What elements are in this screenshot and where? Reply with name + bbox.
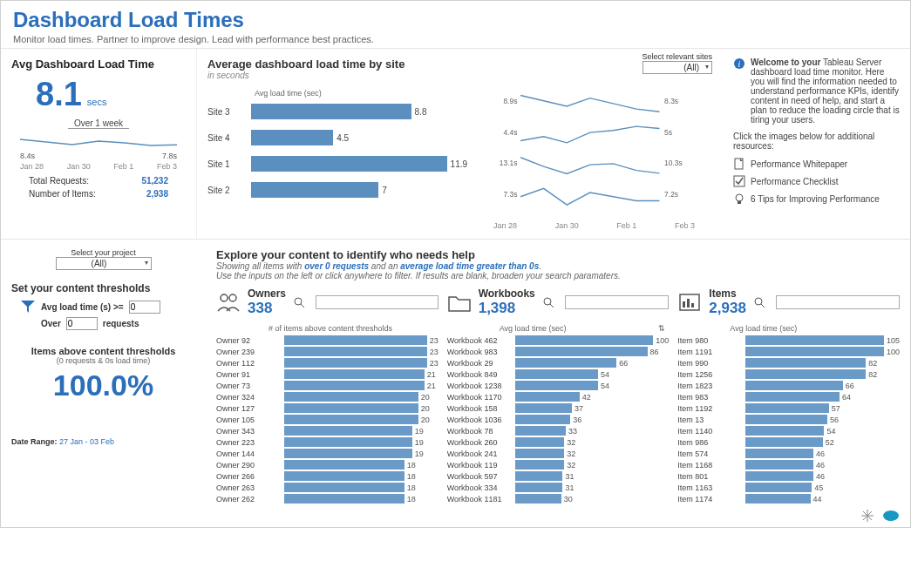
num-items-value: 2,938 xyxy=(146,189,168,199)
info-panel: i Welcome to your Tableau Server dashboa… xyxy=(723,49,910,239)
owners-icon xyxy=(216,292,241,313)
bar-row[interactable]: Workbook 98386 xyxy=(447,346,670,357)
link-checklist[interactable]: Performance Checklist xyxy=(733,175,900,187)
bar-row[interactable]: Owner 7321 xyxy=(216,380,439,391)
bar-row[interactable]: Owner 34319 xyxy=(216,425,439,436)
items-search-input[interactable] xyxy=(776,295,900,309)
bar-row[interactable]: Workbook 84954 xyxy=(447,368,670,380)
bar-row[interactable]: Item 116846 xyxy=(677,459,900,470)
items-list-header: Avg load time (sec) xyxy=(730,324,900,333)
project-filter-dropdown[interactable]: (All) xyxy=(56,257,152,270)
svg-point-12 xyxy=(736,194,743,201)
owners-column: Owners338 # of items above content thres… xyxy=(216,287,439,504)
bar-row[interactable]: Item 182366 xyxy=(677,380,900,391)
bar-row[interactable]: Owner 14419 xyxy=(216,448,439,459)
workbooks-label: Workbooks xyxy=(479,287,535,300)
site-bar-row[interactable]: Site 27 xyxy=(207,179,467,200)
bar-row[interactable]: Item 98364 xyxy=(677,391,900,402)
bar-row[interactable]: Item 119257 xyxy=(677,402,900,414)
owners-bar-chart[interactable]: Owner 9223Owner 23923Owner 11223Owner 91… xyxy=(216,335,439,504)
info-icon: i xyxy=(733,57,745,70)
avg-threshold-input[interactable] xyxy=(129,301,160,314)
bar-row[interactable]: Owner 9121 xyxy=(216,368,439,380)
bar-row[interactable]: Owner 10520 xyxy=(216,414,439,425)
bar-row[interactable]: Owner 23923 xyxy=(216,346,439,357)
workbooks-list-header: Avg load time (sec) xyxy=(500,324,567,333)
bar-row[interactable]: Owner 11223 xyxy=(216,357,439,368)
bar-row[interactable]: Item 1191100 xyxy=(677,346,900,357)
bar-row[interactable]: Workbook 26032 xyxy=(447,436,670,448)
thresholds-title: Set your content thresholds xyxy=(11,282,195,294)
bar-row[interactable]: Workbook 103636 xyxy=(447,414,670,425)
bar-row[interactable]: Workbook 24132 xyxy=(447,448,670,459)
site-bar-row[interactable]: Site 44.5 xyxy=(207,127,467,148)
bar-row[interactable]: Workbook 2966 xyxy=(447,357,670,368)
bar-row[interactable]: Workbook 462100 xyxy=(447,335,670,346)
sort-icon[interactable]: ⇅ xyxy=(658,324,665,333)
site-bar-row[interactable]: Site 38.8 xyxy=(207,101,467,122)
avg-load-title: Avg Dashboard Load Time xyxy=(11,57,186,71)
spark-right: 7.8s xyxy=(162,152,177,160)
bar-row[interactable]: Workbook 33431 xyxy=(447,482,670,493)
checklist-icon xyxy=(733,175,745,187)
bar-row[interactable]: Workbook 11932 xyxy=(447,459,670,470)
over-requests-input[interactable] xyxy=(66,317,98,330)
bar-row[interactable]: Item 125682 xyxy=(677,368,900,380)
folder-icon xyxy=(447,292,472,313)
avg-load-unit: secs xyxy=(87,97,107,107)
bar-row[interactable]: Item 80146 xyxy=(677,470,900,482)
svg-text:i: i xyxy=(738,59,741,69)
site-bar-axis-title: Avg load time (sec) xyxy=(255,89,467,98)
bar-row[interactable]: Item 114054 xyxy=(677,425,900,436)
bar-row[interactable]: Item 116345 xyxy=(677,482,900,493)
sites-filter-dropdown[interactable]: (All) xyxy=(642,61,712,74)
num-items-label: Number of Items: xyxy=(29,189,96,199)
bar-row[interactable]: Item 980105 xyxy=(677,335,900,346)
bar-row[interactable]: Owner 32420 xyxy=(216,391,439,402)
site-line-chart[interactable]: 8.9s8.3s4.4s5s13.1s10.3s7.3s7.2s Jan 28J… xyxy=(476,89,712,230)
total-requests-label: Total Requests: xyxy=(29,176,89,186)
bar-row[interactable]: Item 117444 xyxy=(677,493,900,504)
bar-row[interactable]: Workbook 118130 xyxy=(447,493,670,504)
bar-row[interactable]: Item 98652 xyxy=(677,436,900,448)
info-click-label: Click the images below for additional re… xyxy=(733,132,900,151)
bar-row[interactable]: Item 57446 xyxy=(677,448,900,459)
page-title: Dashboard Load Times xyxy=(13,8,898,32)
bar-row[interactable]: Owner 22319 xyxy=(216,436,439,448)
svg-rect-13 xyxy=(738,201,741,204)
bar-row[interactable]: Owner 9223 xyxy=(216,335,439,346)
workbooks-bar-chart[interactable]: Workbook 462100Workbook 98386Workbook 29… xyxy=(447,335,670,504)
link-tips[interactable]: 6 Tips for Improving Performance xyxy=(733,193,900,205)
link-whitepaper[interactable]: Performance Whitepaper xyxy=(733,158,900,170)
date-range-label: Date Range: xyxy=(11,437,59,446)
bar-row[interactable]: Workbook 123854 xyxy=(447,380,670,391)
items-bar-chart[interactable]: Item 980105Item 1191100Item 99082Item 12… xyxy=(677,335,900,504)
bar-row[interactable]: Owner 26618 xyxy=(216,470,439,482)
bar-row[interactable]: Owner 26318 xyxy=(216,482,439,493)
svg-text:4.4s: 4.4s xyxy=(503,128,517,137)
spark-label: Over 1 week xyxy=(68,118,129,129)
owners-search-input[interactable] xyxy=(316,295,439,309)
bar-row[interactable]: Owner 29018 xyxy=(216,459,439,470)
svg-text:7.2s: 7.2s xyxy=(664,190,678,199)
bar-row[interactable]: Workbook 59731 xyxy=(447,470,670,482)
bar-row[interactable]: Owner 12720 xyxy=(216,402,439,414)
bar-row[interactable]: Item 1356 xyxy=(677,414,900,425)
tableau-logo-icon xyxy=(860,508,875,524)
svg-point-30 xyxy=(883,510,899,521)
site-bar-row[interactable]: Site 111.9 xyxy=(207,153,467,174)
svg-line-17 xyxy=(301,304,304,308)
items-icon xyxy=(677,292,702,313)
bar-row[interactable]: Owner 26218 xyxy=(216,493,439,504)
bar-row[interactable]: Item 99082 xyxy=(677,357,900,368)
spark-left: 8.4s xyxy=(20,152,35,160)
items-count: 2,938 xyxy=(709,300,746,317)
bar-row[interactable]: Workbook 7833 xyxy=(447,425,670,436)
items-above-sub: (0 requests & 0s load time) xyxy=(11,356,195,365)
bar-row[interactable]: Workbook 15837 xyxy=(447,402,670,414)
workbooks-search-input[interactable] xyxy=(565,295,670,309)
svg-point-18 xyxy=(544,298,551,305)
svg-line-19 xyxy=(550,304,554,308)
site-bar-chart[interactable]: Avg load time (sec) Site 38.8Site 44.5Si… xyxy=(207,89,467,230)
bar-row[interactable]: Workbook 117042 xyxy=(447,391,670,402)
